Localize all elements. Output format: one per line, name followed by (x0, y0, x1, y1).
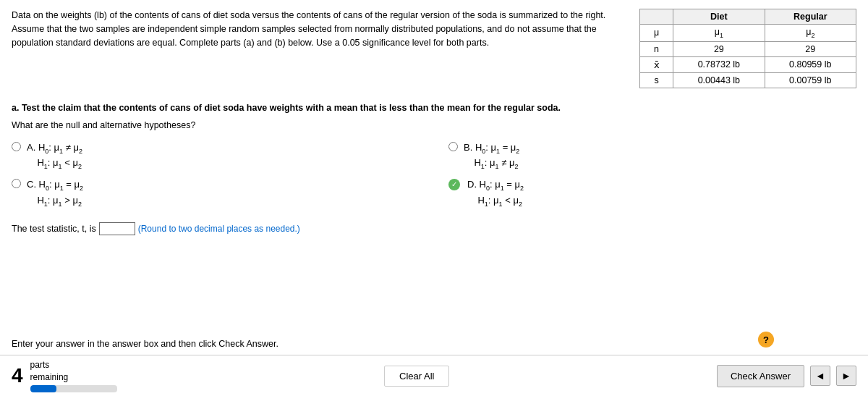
radio-a[interactable] (12, 142, 21, 151)
table-cell-diet-mu: μ1 (673, 25, 765, 42)
check-icon: ✓ (448, 179, 460, 190)
option-c-h0: C. H0: μ1 = μ2 (27, 177, 83, 193)
option-d-content: D. H0: μ1 = μ2 H1: μ1 < μ2 (467, 177, 524, 209)
test-statistic-input[interactable] (99, 222, 135, 235)
table-cell-diet-xbar: 0.78732 lb (673, 56, 765, 72)
option-b-h0: B. H0: μ1 = μ2 (464, 140, 519, 156)
table-cell-label: μ (640, 25, 673, 42)
footer: 4 parts remaining Clear All Check Answer… (0, 355, 868, 396)
test-statistic-label: The test statistic, t, is (12, 224, 96, 234)
nav-prev-button[interactable]: ◄ (810, 366, 830, 386)
table-header-regular: Regular (765, 9, 856, 25)
options-grid: A. H0: μ1 ≠ μ2 H1: μ1 < μ2 B. H0: μ1 = μ… (12, 140, 856, 210)
help-icon[interactable]: ? (758, 332, 774, 347)
radio-c[interactable] (12, 179, 21, 188)
option-d[interactable]: ✓ D. H0: μ1 = μ2 H1: μ1 < μ2 (448, 177, 856, 209)
nav-next-button[interactable]: ► (836, 366, 856, 386)
table-row: x̄ 0.78732 lb 0.80959 lb (640, 56, 856, 72)
table-cell-diet-n: 29 (673, 41, 765, 56)
remaining-label: remaining (30, 371, 117, 384)
table-row: s 0.00443 lb 0.00759 lb (640, 72, 856, 88)
option-b-content: B. H0: μ1 = μ2 H1: μ1 ≠ μ2 (464, 140, 519, 172)
table-row: n 29 29 (640, 41, 856, 56)
option-b[interactable]: B. H0: μ1 = μ2 H1: μ1 ≠ μ2 (448, 140, 856, 172)
table-cell-label: n (640, 41, 673, 56)
table-cell-label: x̄ (640, 56, 673, 72)
round-note: (Round to two decimal places as needed.) (138, 224, 300, 234)
hypotheses-question: What are the null and alternative hypoth… (12, 120, 856, 130)
check-answer-button[interactable]: Check Answer (717, 365, 804, 387)
table-header-diet: Diet (673, 9, 765, 25)
option-c-content: C. H0: μ1 = μ2 H1: μ1 > μ2 (27, 177, 83, 209)
problem-description: Data on the weights (lb) of the contents… (12, 9, 628, 88)
table-cell-diet-s: 0.00443 lb (673, 72, 765, 88)
option-a-h0: A. H0: μ1 ≠ μ2 (27, 140, 82, 156)
parts-label: parts (30, 359, 117, 371)
test-statistic-line: The test statistic, t, is (Round to two … (12, 222, 856, 235)
clear-all-button[interactable]: Clear All (384, 366, 449, 387)
table-cell-regular-xbar: 0.80959 lb (765, 56, 856, 72)
enter-answer-text: Enter your answer in the answer box and … (12, 339, 278, 349)
option-d-h1: H1: μ1 < μ2 (467, 193, 524, 209)
footer-center: Clear All (117, 366, 717, 387)
table-cell-label: s (640, 72, 673, 88)
progress-bar-fill (30, 385, 56, 392)
option-c-h1: H1: μ1 > μ2 (27, 193, 83, 209)
table-header-empty (640, 9, 673, 25)
option-c[interactable]: C. H0: μ1 = μ2 H1: μ1 > μ2 (12, 177, 420, 209)
option-d-h0: D. H0: μ1 = μ2 (467, 177, 524, 193)
part-a-label: a. Test the claim that the contents of c… (12, 103, 856, 113)
data-table: Diet Regular μ μ1 μ2 n 29 29 x̄ 0.78732 … (639, 9, 856, 88)
option-a-content: A. H0: μ1 ≠ μ2 H1: μ1 < μ2 (27, 140, 82, 172)
option-a[interactable]: A. H0: μ1 ≠ μ2 H1: μ1 < μ2 (12, 140, 420, 172)
parts-count: 4 (12, 366, 23, 386)
table-cell-regular-mu: μ2 (765, 25, 856, 42)
table-cell-regular-n: 29 (765, 41, 856, 56)
option-b-h1: H1: μ1 ≠ μ2 (464, 156, 519, 172)
footer-right: Check Answer ◄ ► (717, 365, 856, 387)
option-a-h1: H1: μ1 < μ2 (27, 156, 82, 172)
parts-info: parts remaining (30, 359, 117, 392)
progress-bar-container (30, 385, 117, 392)
table-cell-regular-s: 0.00759 lb (765, 72, 856, 88)
table-row: μ μ1 μ2 (640, 25, 856, 42)
radio-b[interactable] (448, 142, 458, 151)
footer-left: 4 parts remaining (12, 359, 117, 392)
